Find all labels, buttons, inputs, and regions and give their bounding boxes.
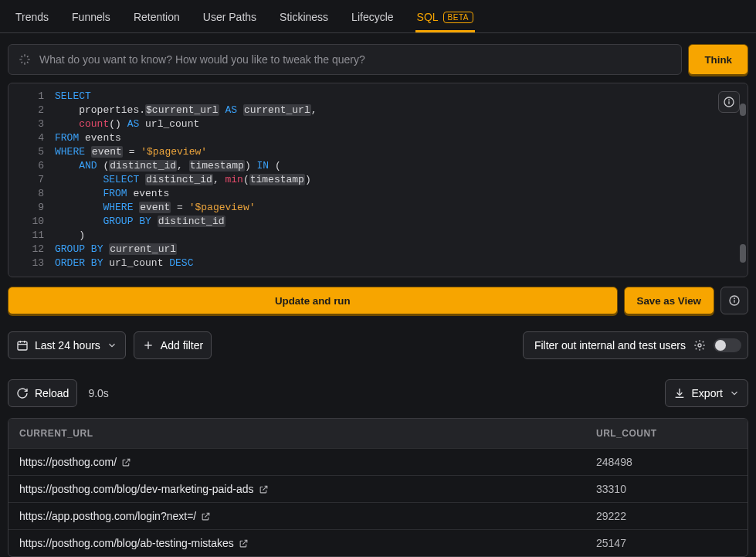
external-link-icon[interactable]	[121, 457, 131, 467]
reload-button[interactable]: Reload	[8, 379, 77, 407]
cell-count: 29222	[585, 503, 748, 529]
sql-editor[interactable]: 12345678910111213 SELECT properties.$cur…	[8, 83, 748, 277]
editor-scrollbar[interactable]	[740, 244, 746, 263]
add-filter-label: Add filter	[161, 339, 203, 352]
time-range-label: Last 24 hours	[35, 339, 100, 352]
table-row: https://posthog.com/248498	[8, 448, 748, 475]
beta-badge: BETA	[443, 12, 473, 23]
tab-user-paths[interactable]: User Paths	[202, 0, 258, 32]
svg-point-2	[729, 100, 730, 100]
tab-retention[interactable]: Retention	[132, 0, 181, 32]
time-range-picker[interactable]: Last 24 hours	[8, 331, 126, 359]
column-header-url[interactable]: CURRENT_URL	[8, 419, 585, 448]
cell-count: 25147	[585, 530, 748, 556]
insight-tabs: TrendsFunnelsRetentionUser PathsStickine…	[0, 0, 756, 33]
column-header-count[interactable]: URL_COUNT	[585, 419, 748, 448]
think-button[interactable]: Think	[688, 44, 748, 75]
external-link-icon[interactable]	[201, 511, 211, 521]
sparkle-icon	[18, 53, 32, 66]
filter-internal-users: Filter out internal and test users	[523, 331, 748, 359]
reload-icon	[16, 387, 29, 399]
nl-query-input[interactable]: What do you want to know? How would you …	[8, 44, 682, 75]
tab-sql[interactable]: SQLBETA	[415, 0, 475, 32]
table-row: https://posthog.com/blog/ab-testing-mist…	[8, 529, 748, 556]
editor-scrollbar[interactable]	[740, 104, 746, 116]
external-link-icon[interactable]	[259, 484, 269, 494]
update-and-run-button[interactable]: Update and run	[8, 287, 618, 314]
filter-internal-toggle[interactable]	[714, 338, 741, 352]
cell-count: 248498	[585, 449, 748, 475]
calendar-icon	[16, 339, 29, 352]
filter-internal-label: Filter out internal and test users	[534, 339, 686, 352]
export-label: Export	[692, 387, 723, 399]
chevron-down-icon	[729, 388, 740, 399]
gear-icon[interactable]	[693, 339, 706, 352]
query-timing: 9.0s	[88, 387, 108, 399]
tab-lifecycle[interactable]: Lifecycle	[350, 0, 395, 32]
tab-trends[interactable]: Trends	[14, 0, 50, 32]
cell-url[interactable]: https://posthog.com/blog/ab-testing-mist…	[8, 530, 585, 556]
reload-label: Reload	[35, 387, 69, 399]
add-filter-button[interactable]: Add filter	[134, 331, 212, 359]
download-icon	[673, 387, 686, 399]
save-as-view-button[interactable]: Save as View	[624, 287, 715, 314]
tab-stickiness[interactable]: Stickiness	[278, 0, 330, 32]
chevron-down-icon	[107, 340, 117, 351]
cell-url[interactable]: https://posthog.com/	[8, 449, 585, 475]
nl-query-placeholder: What do you want to know? How would you …	[39, 53, 365, 66]
editor-info-button[interactable]	[718, 91, 740, 113]
export-button[interactable]: Export	[665, 379, 748, 407]
cell-count: 33310	[585, 476, 748, 502]
cell-url[interactable]: https://app.posthog.com/login?next=/	[8, 503, 585, 529]
svg-point-12	[698, 344, 701, 347]
table-row: https://app.posthog.com/login?next=/2922…	[8, 502, 748, 529]
table-row: https://posthog.com/blog/dev-marketing-p…	[8, 475, 748, 502]
results-table: CURRENT_URL URL_COUNT https://posthog.co…	[8, 418, 748, 557]
plus-icon	[142, 339, 154, 352]
query-info-button[interactable]	[720, 287, 748, 314]
tab-funnels[interactable]: Funnels	[70, 0, 112, 32]
cell-url[interactable]: https://posthog.com/blog/dev-marketing-p…	[8, 476, 585, 502]
external-link-icon[interactable]	[239, 538, 249, 549]
svg-rect-6	[18, 341, 27, 350]
svg-point-5	[734, 298, 735, 299]
